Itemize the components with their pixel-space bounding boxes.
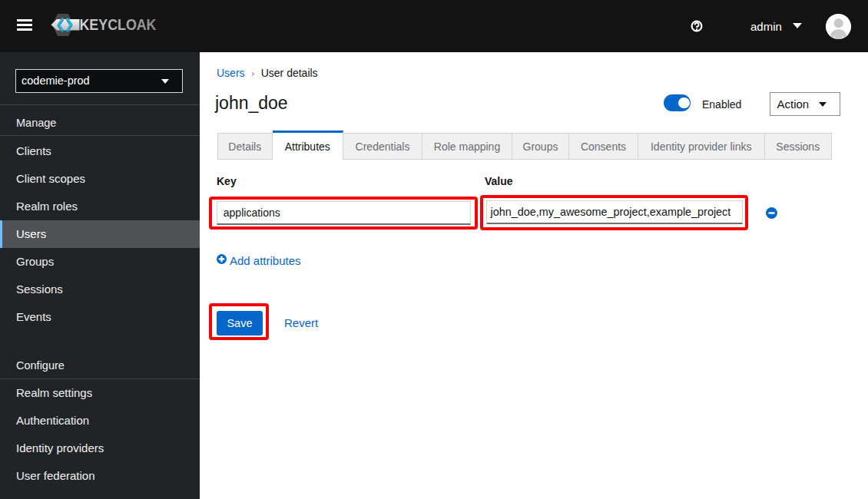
svg-text:KEYCLOAK: KEYCLOAK xyxy=(80,16,157,33)
